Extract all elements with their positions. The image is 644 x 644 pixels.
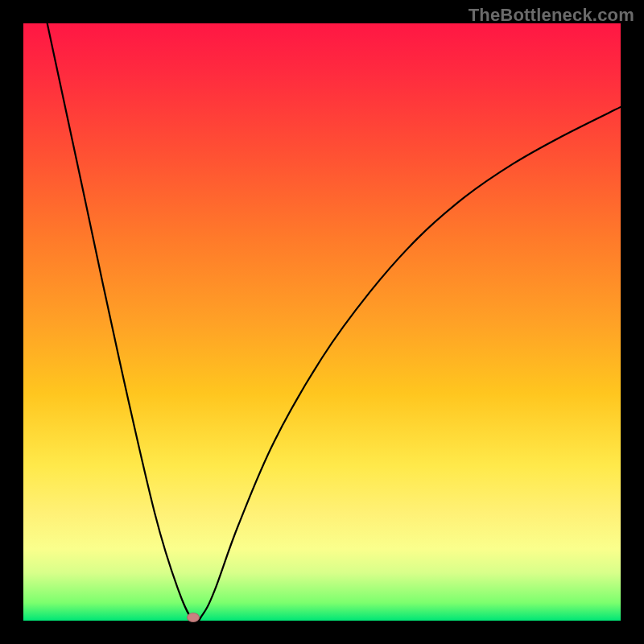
min-point-marker	[187, 613, 200, 622]
curve-svg	[23, 23, 621, 621]
plot-area	[23, 23, 621, 621]
watermark-text: TheBottleneck.com	[469, 5, 634, 26]
bottleneck-curve	[47, 23, 621, 621]
chart-frame: TheBottleneck.com	[0, 0, 644, 644]
